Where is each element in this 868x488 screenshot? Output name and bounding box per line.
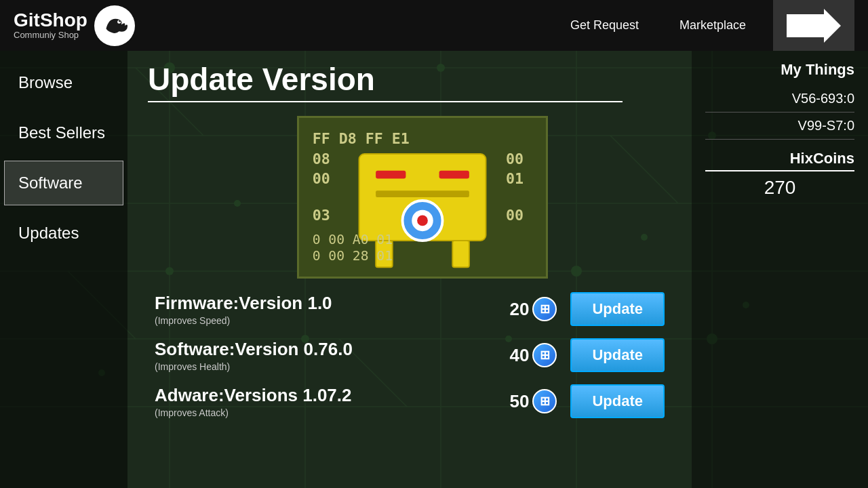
svg-text:00: 00 [313, 170, 330, 187]
update-price-software: 40 ⊞ [510, 343, 557, 367]
svg-rect-50 [452, 241, 469, 267]
robot-image: FF D8 FF E1 08 00 00 01 [297, 116, 548, 279]
adware-price: 50 [510, 391, 530, 412]
svg-rect-43 [376, 171, 406, 179]
header: GitShop Communiy Shop Get Request Market… [0, 0, 868, 51]
software-price: 40 [510, 345, 530, 366]
update-desc-adware: (Improves Attack) [155, 407, 510, 418]
sidebar-item-best-sellers[interactable]: Best Sellers [4, 110, 123, 155]
svg-rect-44 [439, 171, 469, 179]
update-info-adware: Adware:Versions 1.07.2 (Improves Attack) [155, 385, 510, 418]
update-button-firmware[interactable]: Update [570, 292, 665, 326]
hixcoin-icon-software: ⊞ [532, 343, 557, 367]
update-info-firmware: Firmware:Version 1.0 (Improves Speed) [155, 293, 510, 326]
main-content: Update Version FF D8 FF E1 08 00 00 01 [127, 51, 692, 488]
svg-text:08: 08 [313, 150, 330, 167]
marketplace-link[interactable]: Marketplace [679, 18, 746, 33]
my-things-title: My Things [705, 61, 854, 79]
logo-title: GitShop [14, 11, 87, 30]
logo-text: GitShop Communiy Shop [14, 11, 87, 40]
svg-text:00: 00 [506, 150, 524, 167]
svg-text:03: 03 [313, 207, 330, 224]
thing-item-v99: V99-S7:0 [705, 113, 854, 140]
main-layout: Browse Best Sellers Software Updates Upd… [0, 51, 868, 488]
update-name-adware: Adware:Versions 1.07.2 [155, 385, 510, 406]
arrow-forward-button[interactable] [773, 0, 854, 51]
svg-marker-35 [787, 9, 841, 43]
hixcoin-icon-adware: ⊞ [532, 389, 557, 413]
svg-point-48 [417, 216, 428, 226]
sidebar-item-updates[interactable]: Updates [4, 211, 123, 256]
update-name-software: Software:Version 0.76.0 [155, 339, 510, 360]
svg-text:01: 01 [506, 170, 524, 187]
update-desc-software: (Improves Health) [155, 361, 510, 372]
hixcoins-label: HixCoins [705, 150, 854, 171]
update-price-firmware: 20 ⊞ [510, 297, 557, 321]
update-name-firmware: Firmware:Version 1.0 [155, 293, 510, 314]
update-item-firmware: Firmware:Version 1.0 (Improves Speed) 20… [148, 292, 671, 326]
svg-text:0   00  28  01: 0 00 28 01 [313, 248, 393, 264]
sidebar-item-browse[interactable]: Browse [4, 60, 123, 105]
update-button-software[interactable]: Update [570, 338, 665, 372]
page-title: Update Version [148, 61, 623, 102]
sidebar: Browse Best Sellers Software Updates [0, 51, 127, 488]
thing-item-v56: V56-693:0 [705, 85, 854, 113]
logo-area: GitShop Communiy Shop [14, 5, 135, 46]
update-price-adware: 50 ⊞ [510, 389, 557, 413]
firmware-price: 20 [510, 299, 530, 320]
logo-icon [94, 5, 135, 46]
svg-text:00: 00 [506, 207, 524, 224]
update-info-software: Software:Version 0.76.0 (Improves Health… [155, 339, 510, 372]
hixcoins-value: 270 [705, 177, 854, 199]
update-item-adware: Adware:Versions 1.07.2 (Improves Attack)… [148, 384, 671, 418]
hixcoin-icon-firmware: ⊞ [532, 297, 557, 321]
svg-rect-45 [376, 190, 469, 197]
get-request-link[interactable]: Get Request [570, 18, 639, 33]
header-nav: Get Request Marketplace [570, 18, 746, 33]
update-item-software: Software:Version 0.76.0 (Improves Health… [148, 338, 671, 372]
right-panel: My Things V56-693:0 V99-S7:0 HixCoins 27… [692, 51, 868, 488]
logo-subtitle: Communiy Shop [14, 30, 87, 40]
svg-point-34 [119, 20, 121, 22]
update-desc-firmware: (Improves Speed) [155, 315, 510, 326]
svg-text:FF   D8   FF   E1: FF D8 FF E1 [313, 130, 410, 147]
update-button-adware[interactable]: Update [570, 384, 665, 418]
svg-text:0   00  A0  01: 0 00 A0 01 [313, 232, 393, 247]
sidebar-item-software[interactable]: Software [4, 161, 123, 205]
